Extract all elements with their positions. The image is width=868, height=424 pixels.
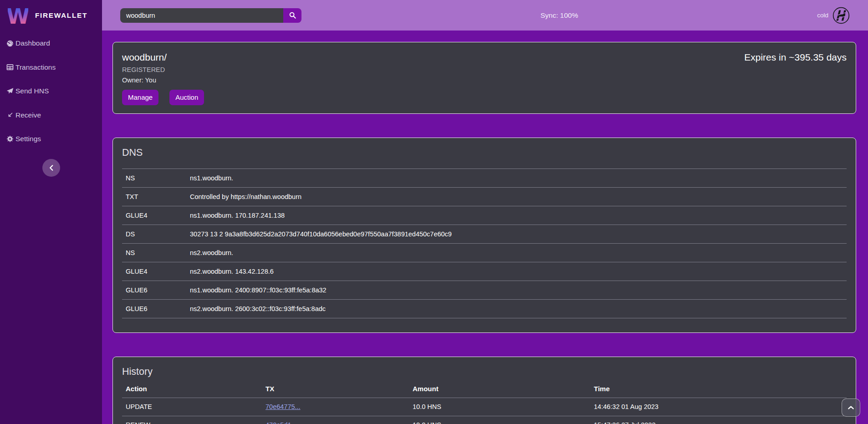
chevron-left-icon — [49, 165, 54, 171]
dns-record-row: GLUE4ns2.woodburn. 143.42.128.6 — [122, 262, 847, 281]
dns-card: DNS NSns1.woodburn.TXTControlled by http… — [112, 138, 856, 333]
history-header-amount: Amount — [409, 380, 590, 398]
brand[interactable]: W FIREWALLET — [0, 0, 102, 31]
history-action: RENEW — [122, 416, 262, 424]
search-icon — [289, 12, 296, 19]
auction-button[interactable]: Auction — [169, 90, 204, 105]
tachometer-icon — [6, 40, 14, 47]
history-row: UPDATE70e64775...10.0 HNS14:46:32 01 Aug… — [122, 398, 847, 416]
sidebar-item-label: Transactions — [15, 63, 56, 72]
tx-link[interactable]: 70e64775... — [266, 403, 301, 410]
firewallet-logo-icon: W — [8, 5, 28, 26]
dns-record-type: GLUE4 — [122, 206, 186, 225]
dns-record-row: NSns1.woodburn. — [122, 169, 847, 188]
search-button[interactable] — [283, 8, 301, 23]
dns-record-value: ns2.woodburn. 2600:3c02::f03c:93ff:fe5a:… — [186, 300, 847, 318]
sidebar-item-label: Receive — [15, 111, 41, 119]
svg-text:W: W — [8, 5, 28, 26]
receive-icon — [6, 111, 14, 119]
handshake-logo-icon — [832, 7, 850, 24]
history-header-tx: TX — [262, 380, 409, 398]
main-content: woodburn/ Expires in ~395.35 days REGIST… — [102, 31, 868, 424]
history-row: RENEW470e5d1...10.0 HNS15:47:36 27 Jul 2… — [122, 416, 847, 424]
dns-record-type: GLUE4 — [122, 262, 186, 281]
history-time: 15:47:36 27 Jul 2023 — [590, 416, 847, 424]
gear-icon — [6, 135, 14, 143]
dns-record-type: GLUE6 — [122, 281, 186, 300]
dns-record-value: ns1.woodburn. 2400:8907::f03c:93ff:fe5a:… — [186, 281, 847, 300]
topbar: Sync: 100% cold — [102, 0, 868, 31]
dns-record-value: Controlled by https://nathan.woodburn — [186, 188, 847, 206]
sidebar-item-label: Settings — [15, 135, 41, 143]
scroll-to-top-button[interactable] — [842, 398, 860, 417]
dns-record-row: GLUE4ns1.woodburn. 170.187.241.138 — [122, 206, 847, 225]
dns-record-type: GLUE6 — [122, 300, 186, 318]
sidebar-item-label: Dashboard — [15, 39, 50, 47]
dns-record-type: DS — [122, 225, 186, 244]
dns-record-row: DS30273 13 2 9a3a8fb3d625d2a2073d740f10d… — [122, 225, 847, 244]
sidebar-nav: Dashboard Transactions Send HNS — [0, 31, 102, 151]
domain-status: REGISTERED — [122, 66, 847, 74]
dns-record-type: TXT — [122, 188, 186, 206]
history-header-action: Action — [122, 380, 262, 398]
history-header-time: Time — [590, 380, 847, 398]
history-card: History Action TX Amount Time UPDATE70e6… — [112, 357, 856, 424]
wallet-indicator[interactable]: cold — [817, 7, 850, 24]
dns-record-type: NS — [122, 244, 186, 262]
dns-record-value: ns1.woodburn. — [186, 169, 847, 188]
dns-record-row: NSns2.woodburn. — [122, 244, 847, 262]
sync-status: Sync: 100% — [541, 11, 578, 20]
search-form — [120, 8, 301, 23]
brand-name: FIREWALLET — [35, 11, 87, 20]
domain-expiry: Expires in ~395.35 days — [744, 51, 847, 63]
dns-record-type: NS — [122, 169, 186, 188]
domain-name: woodburn/ — [122, 51, 167, 63]
history-table: Action TX Amount Time UPDATE70e64775...1… — [122, 380, 847, 424]
sidebar-item-dashboard[interactable]: Dashboard — [0, 31, 102, 56]
history-action: UPDATE — [122, 398, 262, 416]
sidebar-item-send[interactable]: Send HNS — [0, 79, 102, 103]
sidebar-item-label: Send HNS — [15, 87, 49, 95]
history-time: 14:46:32 01 Aug 2023 — [590, 398, 847, 416]
dns-record-row: GLUE6ns1.woodburn. 2400:8907::f03c:93ff:… — [122, 281, 847, 300]
sidebar-collapse-button[interactable] — [42, 159, 60, 177]
tx-link[interactable]: 470e5d1... — [266, 421, 297, 424]
dns-record-value: ns2.woodburn. 143.42.128.6 — [186, 262, 847, 281]
dns-table: NSns1.woodburn.TXTControlled by https://… — [122, 169, 847, 318]
history-amount: 10.0 HNS — [409, 398, 590, 416]
send-icon — [6, 87, 14, 95]
chevron-up-icon — [848, 406, 854, 409]
sidebar-item-transactions[interactable]: Transactions — [0, 56, 102, 80]
domain-owner: Owner: You — [122, 77, 847, 84]
sidebar-item-settings[interactable]: Settings — [0, 127, 102, 151]
dns-record-row: GLUE6ns2.woodburn. 2600:3c02::f03c:93ff:… — [122, 300, 847, 318]
dns-record-row: TXTControlled by https://nathan.woodburn — [122, 188, 847, 206]
domain-card: woodburn/ Expires in ~395.35 days REGIST… — [112, 42, 856, 114]
dns-record-value: ns1.woodburn. 170.187.241.138 — [186, 206, 847, 225]
history-amount: 10.0 HNS — [409, 416, 590, 424]
history-title: History — [122, 366, 847, 378]
dns-title: DNS — [122, 147, 847, 158]
dns-record-value: 30273 13 2 9a3a8fb3d625d2a2073d740f10da6… — [186, 225, 847, 244]
table-icon — [6, 63, 14, 71]
dns-record-value: ns2.woodburn. — [186, 244, 847, 262]
search-input[interactable] — [120, 8, 283, 23]
sidebar-item-receive[interactable]: Receive — [0, 103, 102, 128]
wallet-name: cold — [817, 12, 828, 19]
manage-button[interactable]: Manage — [122, 90, 158, 105]
sidebar: W FIREWALLET Dashboard — [0, 0, 102, 424]
